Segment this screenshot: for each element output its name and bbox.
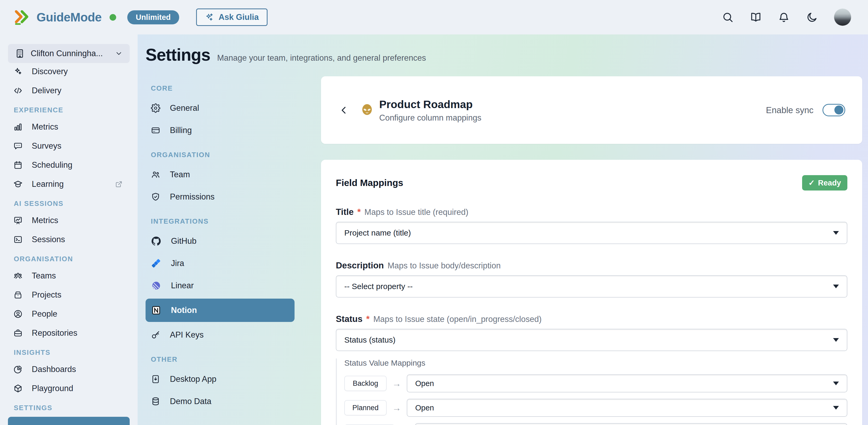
notifications-bell-icon — [778, 11, 790, 23]
field-hint: Maps to Issue body/description — [388, 261, 501, 271]
settings-section-organisation: ORGANISATION — [151, 151, 321, 159]
status-value-mappings-panel: Status Value Mappings Backlog → Open — [336, 359, 847, 425]
planned-status-select[interactable]: Open — [407, 399, 847, 417]
ask-giulia-button[interactable]: Ask Giulia — [196, 8, 268, 26]
cube-icon — [13, 384, 23, 393]
ready-status-badge: ✓ Ready — [802, 175, 847, 191]
status-mapping-row: Backlog → Open — [344, 374, 847, 392]
settings-item-api-keys[interactable]: API Keys — [146, 325, 294, 344]
dark-mode-toggle[interactable] — [805, 10, 819, 25]
settings-item-team[interactable]: Team — [146, 165, 294, 184]
sidebar-item-people[interactable]: People — [8, 306, 130, 322]
page-title: Settings — [146, 45, 210, 65]
caret-down-icon — [833, 338, 839, 342]
sidebar-item-ai-metrics[interactable]: Metrics — [8, 213, 130, 228]
settings-item-notion[interactable]: Notion — [146, 299, 294, 322]
sidebar-item-settings-active[interactable] — [8, 417, 130, 425]
sidebar-item-label: Delivery — [32, 86, 61, 95]
docs-button[interactable] — [748, 10, 763, 25]
sidebar-item-delivery[interactable]: Delivery — [8, 83, 130, 98]
user-avatar[interactable] — [834, 9, 851, 26]
database-icon — [151, 397, 160, 406]
sidebar-item-surveys[interactable]: Surveys — [8, 138, 130, 154]
brand: GuideMode — [14, 9, 116, 25]
settings-item-label: API Keys — [170, 330, 204, 340]
settings-item-desktop-app[interactable]: Desktop App — [146, 370, 294, 389]
sidebar-item-repositories[interactable]: Repositories — [8, 325, 130, 341]
status-mapping-row: Planned → Open — [344, 399, 847, 417]
sidebar-item-label: Surveys — [32, 141, 61, 151]
settings-item-github[interactable]: GitHub — [146, 232, 294, 250]
settings-item-label: Notion — [171, 306, 197, 315]
settings-item-label: GitHub — [171, 236, 196, 246]
sidebar-item-teams[interactable]: Teams — [8, 268, 130, 284]
gear-icon — [151, 103, 160, 113]
settings-item-jira[interactable]: Jira — [146, 254, 294, 273]
settings-item-label: Jira — [171, 259, 184, 268]
external-link-icon — [115, 180, 123, 188]
settings-item-billing[interactable]: Billing — [146, 121, 294, 140]
notifications-button[interactable] — [776, 10, 791, 25]
required-marker: * — [366, 314, 370, 324]
workspace-name: Clifton Cunningha... — [31, 49, 109, 58]
field-mappings-card: Field Mappings ✓ Ready Title * Maps to I… — [321, 160, 862, 425]
bar-chart-icon — [13, 122, 23, 132]
notion-icon — [151, 305, 161, 316]
sidebar-item-scheduling[interactable]: Scheduling — [8, 157, 130, 173]
backlog-status-select[interactable]: Open — [407, 374, 847, 392]
enable-sync-toggle[interactable] — [823, 104, 845, 116]
page-subtitle: Manage your team, integrations, and gene… — [217, 53, 426, 63]
description-mapping-select[interactable]: -- Select property -- — [336, 275, 847, 298]
field-hint: Maps to Issue title (required) — [364, 207, 468, 217]
sidebar-item-metrics[interactable]: Metrics — [8, 119, 130, 135]
sidebar-section-organisation: ORGANISATION — [14, 255, 130, 263]
source-status-chip: Backlog — [344, 376, 386, 391]
caret-down-icon — [833, 231, 839, 235]
sidebar-item-playground[interactable]: Playground — [8, 380, 130, 396]
dark-mode-moon-icon — [806, 11, 818, 23]
in-progress-status-select[interactable]: In Progress — [415, 423, 847, 425]
sidebar-item-discovery[interactable]: Discovery — [8, 64, 130, 80]
sidebar-item-label: Discovery — [32, 67, 68, 76]
description-field-group: Description Maps to Issue body/descripti… — [336, 260, 847, 298]
guidemode-logo-icon — [14, 9, 31, 25]
status-mapping-select[interactable]: Status (status) — [336, 329, 847, 351]
sidebar-nav: Discovery Delivery EXPERIENCE Metrics — [8, 64, 130, 425]
settings-section-integrations: INTEGRATIONS — [151, 217, 321, 225]
sidebar-item-projects[interactable]: Projects — [8, 287, 130, 303]
field-hint: Maps to Issue state (open/in_progress/cl… — [373, 314, 542, 324]
sidebar-item-label: Teams — [32, 271, 56, 281]
status-field-group: Status * Maps to Issue state (open/in_pr… — [336, 314, 847, 425]
sidebar-item-label: Sessions — [32, 235, 65, 244]
settings-item-linear[interactable]: Linear — [146, 276, 294, 295]
settings-item-permissions[interactable]: Permissions — [146, 188, 294, 206]
docs-book-icon — [750, 11, 762, 23]
online-status-dot — [110, 14, 116, 21]
settings-item-general[interactable]: General — [146, 99, 294, 117]
settings-item-label: Team — [170, 170, 190, 179]
select-value: Open — [415, 379, 434, 388]
settings-item-demo-data[interactable]: Demo Data — [146, 392, 294, 411]
select-value: -- Select property -- — [344, 282, 412, 291]
sidebar: Clifton Cunningha... Discovery Delivery … — [0, 34, 137, 425]
select-value: Open — [415, 403, 434, 412]
field-mappings-title: Field Mappings — [336, 177, 403, 188]
building-icon — [15, 49, 25, 59]
back-button[interactable] — [337, 103, 351, 117]
workspace-selector[interactable]: Clifton Cunningha... — [8, 44, 130, 63]
title-mapping-select[interactable]: Project name (title) — [336, 222, 847, 244]
user-circle-icon — [13, 309, 23, 319]
code-icon — [13, 86, 23, 95]
sidebar-item-sessions[interactable]: Sessions — [8, 232, 130, 248]
sidebar-item-label: Dashboards — [32, 365, 76, 374]
search-button[interactable] — [720, 10, 735, 25]
field-name: Status — [336, 314, 363, 324]
source-status-chip: Planned — [344, 400, 386, 416]
sidebar-item-dashboards[interactable]: Dashboards — [8, 361, 130, 377]
sidebar-item-learning[interactable]: Learning — [8, 176, 130, 192]
sidebar-item-label: Metrics — [32, 216, 58, 225]
briefcase-icon — [13, 328, 23, 338]
main-content: Settings Manage your team, integrations,… — [137, 34, 868, 425]
sidebar-item-label: Metrics — [32, 122, 58, 132]
graduation-cap-icon — [13, 179, 23, 189]
